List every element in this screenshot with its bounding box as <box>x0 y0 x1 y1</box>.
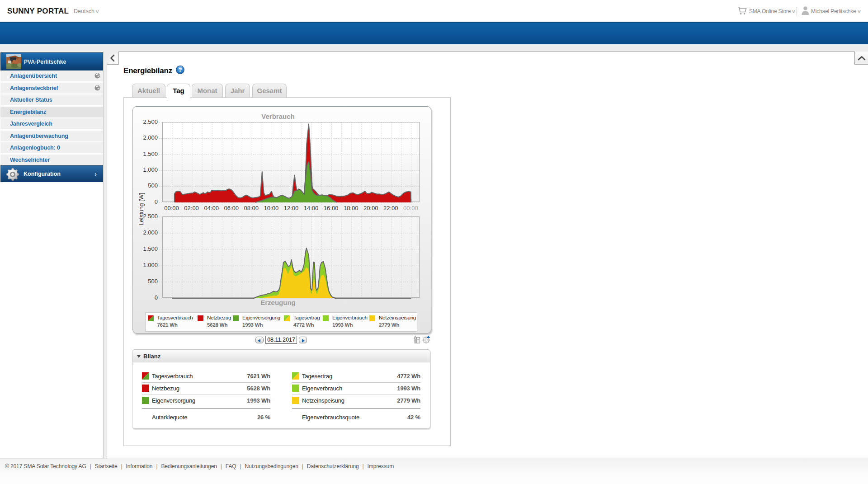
svg-text:?: ? <box>179 67 182 73</box>
